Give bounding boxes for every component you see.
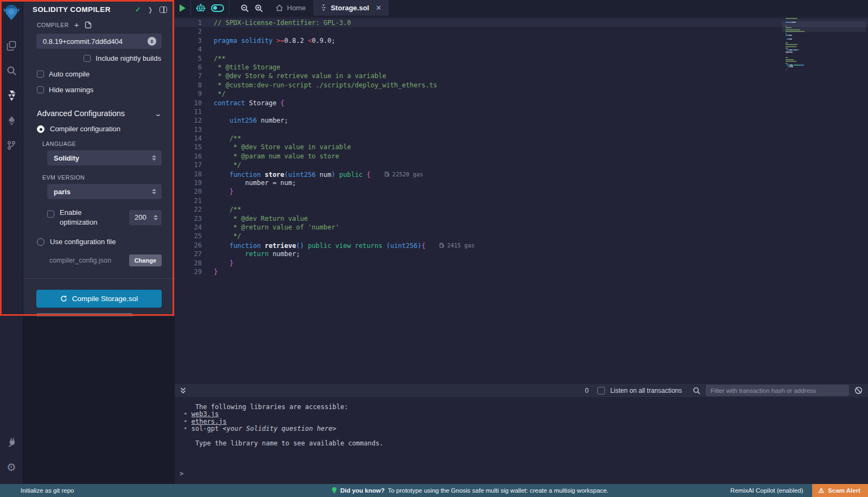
solidity-compiler-panel: SOLIDITY COMPILER ✓ ❭ COMPILER + 0.8.19+…	[23, 0, 175, 316]
did-you-know-tip: Did you know? To prototype using the Gno…	[331, 487, 608, 494]
terminal-line: Type the library name to see available c…	[180, 440, 868, 447]
search-icon[interactable]	[0, 59, 23, 82]
code-line: 23 * @dev Return value	[175, 214, 868, 223]
auto-compile-checkbox[interactable]	[37, 71, 44, 78]
settings-gear-icon[interactable]: ⚙	[0, 456, 23, 479]
code-line: 13	[175, 125, 868, 134]
chevron-down-icon: ⌄	[154, 110, 162, 118]
version-sort-icon	[148, 37, 156, 46]
zoom-section	[229, 0, 268, 16]
tab-storage-sol[interactable]: Storage.sol ✕	[314, 0, 389, 16]
advanced-configurations-toggle[interactable]: Advanced Configurations ⌄	[23, 109, 175, 118]
page-title: SOLIDITY COMPILER	[33, 5, 135, 14]
use-configuration-file-label: Use configuration file	[50, 238, 116, 246]
code-line: 11	[175, 107, 868, 116]
code-line: 15 * @dev Store value in variable	[175, 143, 868, 151]
code-line: 6 * @title Storage	[175, 63, 868, 72]
pin-panel-icon[interactable]	[159, 7, 167, 13]
code-line: 27 return number;	[175, 250, 868, 258]
include-nightly-label: Include nightly builds	[95, 54, 161, 62]
run-script-play-icon[interactable]	[180, 4, 186, 12]
language-label: LANGUAGE	[29, 141, 175, 147]
code-line: 20 }	[175, 187, 868, 196]
editor-minimap[interactable]	[786, 16, 844, 72]
terminal-line: • ethers.js	[180, 418, 868, 425]
enable-optimization-label: Enable optimization	[60, 208, 110, 227]
code-line: 21	[175, 196, 868, 205]
code-line: 22 /**	[175, 205, 868, 214]
compile-success-check-icon: ✓	[135, 5, 141, 14]
code-line: 7 * @dev Store & retrieve value in a var…	[175, 72, 868, 80]
compile-button[interactable]: Compile Storage.sol	[36, 290, 162, 308]
clear-terminal-icon[interactable]	[854, 386, 863, 394]
optimization-runs-input[interactable]: 200	[129, 210, 162, 225]
compile-and-run-button[interactable]: Compile and Run script	[36, 313, 133, 316]
ai-copilot-section	[191, 0, 229, 16]
code-line: 4	[175, 45, 868, 54]
terminal-header: 0 Listen on all transactions	[175, 383, 868, 397]
ai-robot-icon[interactable]	[196, 3, 206, 12]
plugin-manager-icon[interactable]	[0, 431, 23, 454]
code-line: 14 /**	[175, 134, 868, 143]
code-line: 29}	[175, 267, 868, 276]
add-compiler-icon[interactable]: +	[74, 20, 79, 29]
chevron-right-icon[interactable]: ❭	[148, 6, 153, 14]
minimap-slider	[782, 21, 866, 32]
open-file-icon[interactable]	[85, 21, 92, 29]
code-line: 3pragma solidity >=0.8.2 <0.9.0;	[175, 36, 868, 45]
solidity-compiler-icon[interactable]	[0, 84, 23, 107]
code-editor[interactable]: 1// SPDX-License-Identifier: GPL-3.023pr…	[175, 16, 868, 383]
evm-version-label: EVM VERSION	[29, 174, 175, 181]
ai-copilot-toggle[interactable]	[211, 4, 224, 12]
tab-home[interactable]: Home	[268, 0, 314, 16]
library-link[interactable]: web3.js	[192, 410, 219, 418]
compiler-section-label: COMPILER	[37, 22, 69, 28]
code-line: 25 */	[175, 232, 868, 240]
scam-alert-badge[interactable]: ⚠ Scam Alert	[812, 484, 868, 497]
language-select[interactable]: Solidity	[47, 150, 162, 165]
home-icon	[276, 4, 283, 11]
code-line: 1// SPDX-License-Identifier: GPL-3.0	[175, 18, 868, 27]
run-script-section	[175, 0, 191, 16]
terminal-output[interactable]: The following libraries are accessible: …	[175, 397, 868, 484]
code-line: 8 * @custom:dev-run-script ./scripts/dep…	[175, 81, 868, 90]
stepper-arrows-icon	[154, 215, 158, 220]
deploy-and-run-icon[interactable]	[0, 109, 23, 132]
hide-warnings-checkbox[interactable]	[37, 86, 44, 93]
remix-ide-window: ⚙ SOLIDITY COMPILER ✓ ❭ COMPILER + 0.8.1…	[0, 0, 868, 497]
copilot-status[interactable]: RemixAI Copilot (enabled)	[730, 487, 803, 494]
library-link[interactable]: ethers.js	[192, 418, 227, 425]
lightbulb-icon	[331, 487, 337, 494]
evm-version-select[interactable]: paris	[47, 184, 162, 199]
close-tab-icon[interactable]: ✕	[375, 4, 381, 12]
compiler-configuration-label: Compiler configuration	[50, 125, 120, 133]
zoom-in-icon[interactable]	[254, 4, 263, 12]
panel-empty-area	[23, 316, 175, 484]
remix-logo-icon[interactable]	[2, 3, 21, 21]
include-nightly-checkbox[interactable]	[84, 55, 91, 62]
compiler-version-select[interactable]: 0.8.19+commit.7dd6d404	[36, 34, 162, 49]
git-init-status[interactable]: Initialize as git repo	[0, 487, 74, 494]
enable-optimization-checkbox[interactable]	[47, 211, 54, 218]
terminal-prompt[interactable]: >	[180, 470, 868, 477]
collapse-terminal-icon[interactable]	[180, 387, 187, 394]
compiler-configuration-radio[interactable]	[37, 125, 44, 133]
code-line: 18 function store(uint256 num) public {2…	[175, 170, 868, 179]
file-explorer-icon[interactable]	[0, 34, 23, 57]
warning-icon: ⚠	[819, 487, 825, 494]
transaction-filter-input[interactable]	[706, 385, 849, 396]
change-config-button[interactable]: Change	[129, 254, 162, 266]
use-configuration-file-radio[interactable]	[37, 238, 44, 246]
select-arrows-icon	[152, 155, 156, 161]
main-area: Home Storage.sol ✕ 1// SPDX-License-Iden…	[175, 0, 868, 484]
code-line: 26 function retrieve() public view retur…	[175, 241, 868, 250]
gas-estimate-badge: 22520 gas	[385, 170, 423, 179]
zoom-out-icon[interactable]	[240, 4, 249, 12]
terminal-search-icon[interactable]	[693, 387, 700, 394]
status-bar: Initialize as git repo Did you know? To …	[0, 484, 868, 497]
git-icon[interactable]	[0, 134, 23, 157]
code-line: 19 number = num;	[175, 179, 868, 187]
config-file-name: compiler_config.json	[49, 257, 129, 264]
listen-transactions-checkbox[interactable]	[597, 387, 605, 394]
code-line: 9 */	[175, 90, 868, 98]
